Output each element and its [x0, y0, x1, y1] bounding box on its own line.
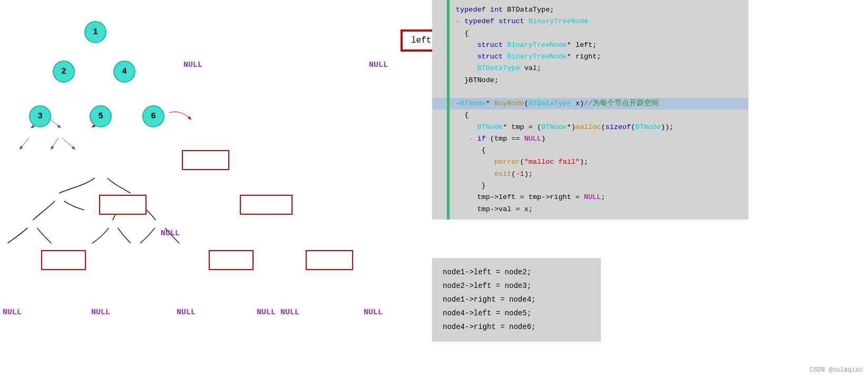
code-line-2: - typedef struct BinaryTreeNode: [456, 16, 748, 27]
red-box-right: [240, 195, 292, 215]
code-block-bottom: node1->left = node2; node2->left = node3…: [432, 258, 601, 342]
code-line-1: typedef int BTDataType;: [456, 4, 748, 16]
tree-node-3: 3: [29, 105, 51, 127]
null-l-right: NULL: [161, 229, 180, 238]
red-box-root: [182, 150, 229, 170]
code-line-16: tmp->left = tmp->right = NULL;: [456, 192, 748, 203]
code-line-5: struct BinaryTreeNode* right;: [456, 51, 748, 63]
svg-line-2: [20, 138, 29, 149]
code-line-8: -BTNode* BuyNode(BTDataType x)//为每个节点开辟空…: [456, 98, 748, 109]
code-bottom-3: node1->right = node4;: [443, 293, 590, 307]
code-bottom-1: node1->left = node2;: [443, 266, 590, 280]
null-label-left: NULL: [183, 61, 202, 69]
code-bottom-4: node4->left = node5;: [443, 307, 590, 321]
code-block-top: typedef int BTDataType; - typedef struct…: [432, 0, 748, 220]
code-line-14: exit(-1);: [456, 168, 748, 180]
svg-line-4: [62, 138, 75, 149]
red-box-left: [99, 195, 147, 215]
null-rr-left: NULL: [280, 308, 299, 317]
red-box-rl: [209, 250, 253, 270]
red-box-ll: [41, 250, 86, 270]
code-line-6: BTDataType val;: [456, 63, 748, 74]
code-line-17: tmp->val = x;: [456, 204, 748, 215]
tree-node-6: 6: [142, 105, 164, 127]
tree-node-1: 1: [84, 21, 106, 43]
null-label-right: NULL: [369, 61, 388, 69]
watermark: CSDN @oulaqiao: [810, 366, 863, 374]
code-line-12: {: [456, 145, 748, 156]
null-ll-right: NULL: [91, 308, 110, 317]
code-line-15: }: [456, 180, 748, 192]
code-line-11: - if (tmp == NULL): [456, 133, 748, 145]
tree-node-5: 5: [90, 105, 112, 127]
code-line-3: {: [456, 28, 748, 39]
red-box-rr: [306, 250, 353, 270]
null-rl-left: NULL: [177, 308, 196, 317]
svg-line-1: [49, 118, 60, 127]
tree-node-4: 4: [113, 61, 135, 83]
code-bottom-2: node2->left = node3;: [443, 280, 590, 293]
null-rr-right: NULL: [364, 308, 383, 317]
null-rl-right: NULL: [257, 308, 276, 317]
null-ll-left: NULL: [3, 308, 22, 317]
tree-node-2: 2: [53, 61, 75, 83]
code-bottom-5: node4->right = node6;: [443, 321, 590, 334]
svg-line-3: [51, 138, 58, 149]
code-line-4: struct BinaryTreeNode* left;: [456, 39, 748, 51]
code-line-13: perror("malloc fail");: [456, 156, 748, 168]
code-line-9: {: [456, 109, 748, 121]
code-line-10: BTNode* tmp = (BTNode*)malloc(sizeof(BTN…: [456, 122, 748, 133]
code-line-7: }BTNode;: [456, 75, 748, 86]
